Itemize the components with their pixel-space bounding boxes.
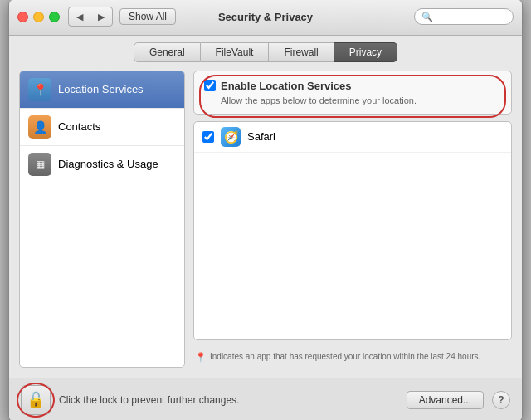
sidebar-label-location: Location Services — [58, 83, 144, 95]
safari-label: Safari — [247, 130, 275, 143]
footer: 🔓 Click the lock to prevent further chan… — [9, 378, 522, 421]
tab-privacy[interactable]: Privacy — [334, 42, 397, 62]
table-row: 🧭 Safari — [194, 122, 511, 153]
location-note: 📍 Indicates an app that has requested yo… — [193, 347, 512, 368]
tab-firewall[interactable]: Firewall — [269, 42, 334, 62]
search-input[interactable] — [436, 11, 506, 22]
back-button[interactable]: ◀ — [69, 7, 90, 26]
traffic-lights — [17, 12, 60, 22]
apps-list: 🧭 Safari — [193, 121, 512, 340]
window-title: Security & Privacy — [218, 11, 313, 23]
search-box: 🔍 — [414, 8, 514, 25]
forward-button[interactable]: ▶ — [90, 7, 112, 26]
main-panel: Enable Location Services Allow the apps … — [193, 71, 512, 368]
search-icon: 🔍 — [421, 12, 433, 22]
sidebar-label-contacts: Contacts — [58, 120, 100, 133]
enable-checkbox[interactable] — [204, 80, 216, 91]
safari-checkbox[interactable] — [202, 131, 214, 143]
tab-general[interactable]: General — [134, 42, 201, 62]
titlebar: ◀ ▶ Show All Security & Privacy 🔍 — [9, 0, 522, 36]
sidebar-item-diagnostics[interactable]: ▦ Diagnostics & Usage — [20, 146, 184, 183]
minimize-button[interactable] — [33, 12, 44, 22]
location-note-text: Indicates an app that has requested your… — [210, 352, 480, 361]
content: 📍 Location Services 👤 Contacts ▦ Diagnos… — [9, 62, 522, 378]
close-button[interactable] — [17, 12, 28, 22]
maximize-button[interactable] — [49, 12, 60, 22]
location-note-icon: 📍 — [195, 352, 207, 363]
sidebar-item-contacts[interactable]: 👤 Contacts — [20, 109, 184, 146]
sidebar-item-location-services[interactable]: 📍 Location Services — [20, 71, 184, 109]
nav-buttons: ◀ ▶ — [68, 7, 113, 27]
window: ◀ ▶ Show All Security & Privacy 🔍 Genera… — [8, 0, 523, 420]
sidebar-label-diagnostics: Diagnostics & Usage — [58, 158, 158, 170]
show-all-button[interactable]: Show All — [119, 8, 176, 25]
location-icon: 📍 — [28, 78, 51, 101]
sidebar: 📍 Location Services 👤 Contacts ▦ Diagnos… — [19, 71, 185, 368]
enable-label: Enable Location Services — [221, 80, 352, 92]
diagnostics-icon: ▦ — [28, 153, 51, 176]
enable-section: Enable Location Services Allow the apps … — [193, 71, 512, 115]
lock-button[interactable]: 🔓 — [21, 385, 51, 415]
help-button[interactable]: ? — [492, 391, 510, 409]
safari-icon: 🧭 — [221, 127, 241, 147]
contacts-icon: 👤 — [28, 115, 51, 139]
enable-sublabel: Allow the apps below to determine your l… — [221, 95, 501, 105]
tabs-bar: General FileVault Firewall Privacy — [9, 36, 522, 62]
advanced-button[interactable]: Advanced... — [407, 391, 484, 409]
lock-text: Click the lock to prevent further change… — [59, 394, 398, 406]
tab-filevault[interactable]: FileVault — [201, 42, 270, 62]
lock-oval-highlight — [17, 383, 55, 418]
enable-row: Enable Location Services — [204, 80, 501, 92]
